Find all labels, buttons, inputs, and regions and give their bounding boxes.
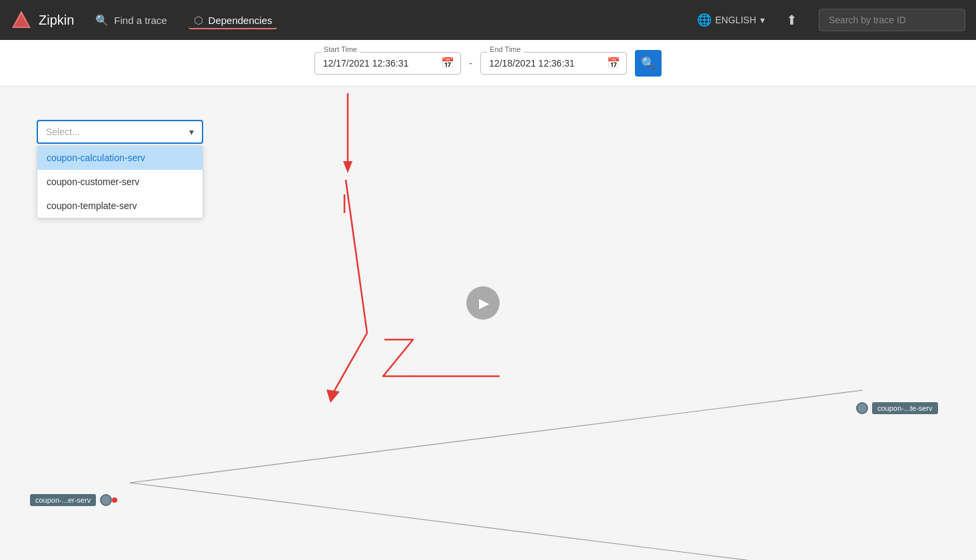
time-separator: -	[469, 57, 472, 69]
service-search-input[interactable]	[46, 127, 189, 137]
play-icon: ▶	[479, 295, 489, 311]
nav-find-trace[interactable]: 🔍 Find a trace	[90, 11, 172, 29]
trace-id-search-input[interactable]	[819, 9, 965, 31]
start-time-label: Start Time	[321, 45, 360, 53]
end-time-wrapper: End Time 📅	[480, 52, 627, 75]
customer-node-circle-area	[100, 494, 112, 506]
start-time-input[interactable]	[314, 52, 461, 75]
end-time-calendar-icon[interactable]: 📅	[607, 57, 620, 69]
service-dropdown-menu: coupon-calculation-serv coupon-customer-…	[37, 145, 203, 218]
zipkin-logo-icon	[11, 9, 32, 31]
language-selector[interactable]: 🌐 ENGLISH ▾	[697, 13, 765, 27]
service-select-input[interactable]: ▾	[37, 120, 203, 144]
template-node-label: coupon-...te-serv	[872, 402, 938, 414]
start-time-wrapper: Start Time 📅	[314, 52, 461, 75]
logo-area: Zipkin	[11, 9, 74, 31]
service-select-container: ▾ coupon-calculation-serv coupon-custome…	[37, 120, 203, 218]
play-animation-button[interactable]: ▶	[466, 286, 500, 320]
upload-icon[interactable]: ⬆	[786, 12, 797, 28]
template-node-circle	[856, 402, 868, 414]
language-label: ENGLISH	[716, 15, 756, 25]
search-nav-icon: 🔍	[95, 14, 109, 27]
customer-node-dot	[112, 497, 117, 503]
svg-line-2	[130, 390, 863, 483]
svg-line-3	[130, 483, 863, 560]
chevron-down-icon: ▾	[760, 15, 765, 25]
dependencies-nav-icon: ⬡	[194, 14, 203, 27]
main-content: ▾ coupon-calculation-serv coupon-custome…	[0, 87, 976, 560]
logo-text: Zipkin	[39, 13, 74, 28]
main-header: Zipkin 🔍 Find a trace ⬡ Dependencies 🌐 E…	[0, 0, 976, 40]
translate-icon: 🌐	[697, 13, 712, 27]
customer-node-label: coupon-...er-serv	[30, 494, 96, 506]
nav-dependencies[interactable]: ⬡ Dependencies	[189, 11, 278, 29]
dropdown-arrow-icon[interactable]: ▾	[189, 127, 194, 137]
template-node: coupon-...te-serv	[856, 402, 938, 414]
end-time-label: End Time	[487, 45, 523, 53]
start-time-calendar-icon[interactable]: 📅	[441, 57, 454, 69]
dependencies-toolbar: Start Time 📅 - End Time 📅 🔍	[0, 40, 976, 87]
customer-node-circle	[100, 494, 112, 506]
end-time-input[interactable]	[480, 52, 627, 75]
customer-node: coupon-...er-serv	[30, 494, 112, 506]
dropdown-item-template[interactable]: coupon-template-serv	[37, 194, 203, 218]
nav-dependencies-label: Dependencies	[209, 15, 272, 26]
dropdown-item-calculation[interactable]: coupon-calculation-serv	[37, 146, 203, 170]
search-button-icon: 🔍	[641, 56, 656, 71]
search-dependencies-button[interactable]: 🔍	[635, 50, 662, 77]
nav-find-trace-label: Find a trace	[114, 15, 167, 26]
dropdown-item-customer[interactable]: coupon-customer-serv	[37, 170, 203, 194]
